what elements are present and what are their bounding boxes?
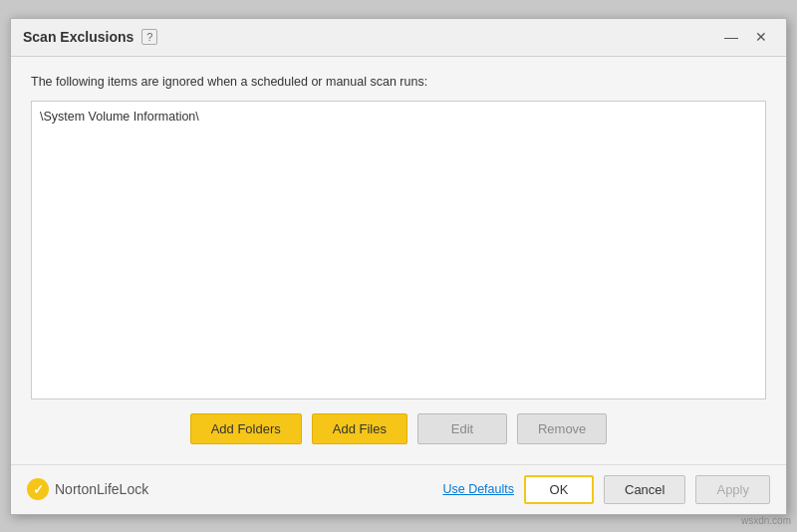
list-item: \System Volume Information\ — [40, 108, 757, 126]
cancel-button[interactable]: Cancel — [604, 475, 685, 504]
watermark: wsxdn.com — [741, 515, 791, 526]
description-text: The following items are ignored when a s… — [31, 75, 766, 89]
window-content: The following items are ignored when a s… — [11, 57, 786, 464]
use-defaults-button[interactable]: Use Defaults — [442, 482, 514, 496]
window-title: Scan Exclusions — [23, 29, 133, 45]
ok-button[interactable]: OK — [524, 475, 594, 504]
action-buttons: Add Folders Add Files Edit Remove — [31, 413, 766, 444]
edit-button[interactable]: Edit — [417, 413, 507, 444]
add-files-button[interactable]: Add Files — [312, 413, 407, 444]
norton-brand-name: NortonLifeLock — [55, 481, 148, 497]
apply-button[interactable]: Apply — [695, 475, 770, 504]
footer-right: Use Defaults OK Cancel Apply — [442, 475, 770, 504]
title-bar-left: Scan Exclusions ? — [23, 29, 157, 45]
exclusions-list[interactable]: \System Volume Information\ — [31, 101, 766, 399]
footer: ✓ NortonLifeLock Use Defaults OK Cancel … — [11, 464, 786, 514]
close-button[interactable]: ✕ — [748, 26, 774, 48]
minimize-button[interactable]: — — [718, 26, 744, 48]
norton-logo: ✓ NortonLifeLock — [27, 478, 148, 500]
title-bar: Scan Exclusions ? — ✕ — [11, 19, 786, 57]
remove-button[interactable]: Remove — [517, 413, 607, 444]
scan-exclusions-window: Scan Exclusions ? — ✕ The following item… — [10, 18, 787, 515]
title-bar-controls: — ✕ — [718, 26, 774, 48]
add-folders-button[interactable]: Add Folders — [190, 413, 302, 444]
help-icon[interactable]: ? — [141, 29, 157, 45]
norton-check-icon: ✓ — [27, 478, 49, 500]
